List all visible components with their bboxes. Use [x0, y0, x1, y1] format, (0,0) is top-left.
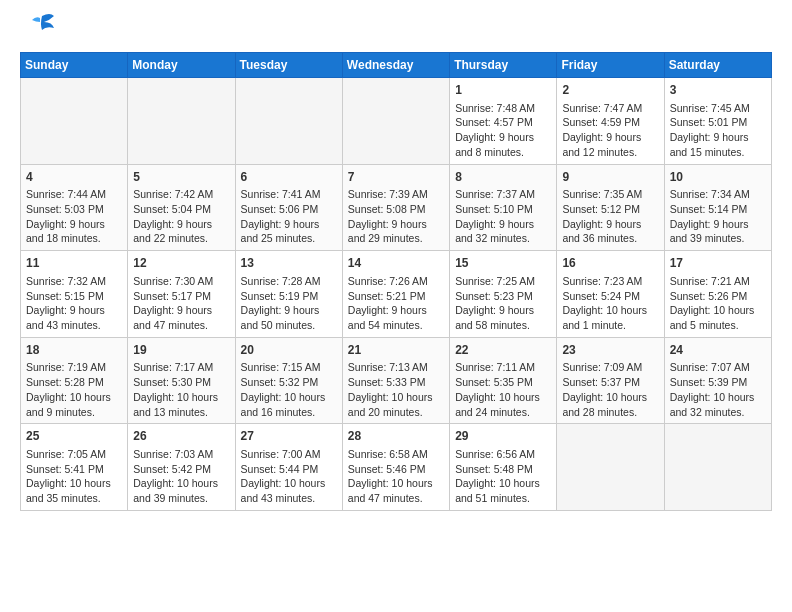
day-info: Sunset: 5:01 PM	[670, 115, 766, 130]
day-info: Daylight: 10 hours	[241, 390, 337, 405]
day-info: Daylight: 9 hours	[241, 217, 337, 232]
day-info: Sunset: 5:06 PM	[241, 202, 337, 217]
day-info: Sunrise: 6:58 AM	[348, 447, 444, 462]
day-info: and 25 minutes.	[241, 231, 337, 246]
day-info: Daylight: 10 hours	[241, 476, 337, 491]
day-number: 3	[670, 82, 766, 99]
calendar-cell: 21Sunrise: 7:13 AMSunset: 5:33 PMDayligh…	[342, 337, 449, 424]
day-number: 15	[455, 255, 551, 272]
day-number: 14	[348, 255, 444, 272]
day-info: and 43 minutes.	[26, 318, 122, 333]
day-info: Daylight: 9 hours	[455, 303, 551, 318]
day-info: and 58 minutes.	[455, 318, 551, 333]
day-info: and 39 minutes.	[670, 231, 766, 246]
day-info: and 15 minutes.	[670, 145, 766, 160]
day-info: Daylight: 10 hours	[26, 476, 122, 491]
day-number: 5	[133, 169, 229, 186]
page-header	[20, 20, 772, 42]
day-number: 9	[562, 169, 658, 186]
day-info: Sunset: 5:12 PM	[562, 202, 658, 217]
day-number: 28	[348, 428, 444, 445]
day-info: Daylight: 10 hours	[562, 390, 658, 405]
day-info: Daylight: 10 hours	[348, 390, 444, 405]
calendar-cell: 6Sunrise: 7:41 AMSunset: 5:06 PMDaylight…	[235, 164, 342, 251]
calendar-cell: 7Sunrise: 7:39 AMSunset: 5:08 PMDaylight…	[342, 164, 449, 251]
calendar-cell: 18Sunrise: 7:19 AMSunset: 5:28 PMDayligh…	[21, 337, 128, 424]
day-number: 13	[241, 255, 337, 272]
week-row-5: 25Sunrise: 7:05 AMSunset: 5:41 PMDayligh…	[21, 424, 772, 511]
day-info: and 32 minutes.	[670, 405, 766, 420]
day-info: Sunset: 5:32 PM	[241, 375, 337, 390]
day-info: Daylight: 9 hours	[348, 303, 444, 318]
day-info: Daylight: 10 hours	[670, 390, 766, 405]
day-info: Sunrise: 7:34 AM	[670, 187, 766, 202]
day-info: Sunrise: 7:03 AM	[133, 447, 229, 462]
day-info: and 36 minutes.	[562, 231, 658, 246]
day-info: Sunset: 5:28 PM	[26, 375, 122, 390]
day-info: and 35 minutes.	[26, 491, 122, 506]
calendar-cell	[557, 424, 664, 511]
day-info: Daylight: 10 hours	[133, 476, 229, 491]
calendar-table: SundayMondayTuesdayWednesdayThursdayFrid…	[20, 52, 772, 511]
day-info: Sunrise: 7:42 AM	[133, 187, 229, 202]
day-info: Daylight: 10 hours	[133, 390, 229, 405]
day-info: Sunset: 5:37 PM	[562, 375, 658, 390]
calendar-cell: 24Sunrise: 7:07 AMSunset: 5:39 PMDayligh…	[664, 337, 771, 424]
day-info: Daylight: 10 hours	[455, 476, 551, 491]
day-info: Sunset: 5:04 PM	[133, 202, 229, 217]
day-info: Sunset: 5:42 PM	[133, 462, 229, 477]
day-info: and 47 minutes.	[133, 318, 229, 333]
week-row-3: 11Sunrise: 7:32 AMSunset: 5:15 PMDayligh…	[21, 251, 772, 338]
weekday-header-row: SundayMondayTuesdayWednesdayThursdayFrid…	[21, 53, 772, 78]
day-info: Sunrise: 7:47 AM	[562, 101, 658, 116]
day-info: and 54 minutes.	[348, 318, 444, 333]
day-info: and 12 minutes.	[562, 145, 658, 160]
day-number: 17	[670, 255, 766, 272]
weekday-header-tuesday: Tuesday	[235, 53, 342, 78]
day-info: Sunrise: 7:17 AM	[133, 360, 229, 375]
day-info: Sunrise: 7:23 AM	[562, 274, 658, 289]
day-info: and 43 minutes.	[241, 491, 337, 506]
day-info: and 20 minutes.	[348, 405, 444, 420]
calendar-cell: 25Sunrise: 7:05 AMSunset: 5:41 PMDayligh…	[21, 424, 128, 511]
day-info: Sunrise: 7:45 AM	[670, 101, 766, 116]
day-info: and 50 minutes.	[241, 318, 337, 333]
calendar-cell	[235, 78, 342, 165]
day-info: Sunrise: 7:15 AM	[241, 360, 337, 375]
day-info: Sunrise: 7:11 AM	[455, 360, 551, 375]
day-info: Sunset: 5:41 PM	[26, 462, 122, 477]
day-info: Daylight: 10 hours	[455, 390, 551, 405]
day-info: Sunrise: 7:05 AM	[26, 447, 122, 462]
day-info: and 9 minutes.	[26, 405, 122, 420]
calendar-cell: 16Sunrise: 7:23 AMSunset: 5:24 PMDayligh…	[557, 251, 664, 338]
day-info: Sunrise: 7:48 AM	[455, 101, 551, 116]
day-number: 16	[562, 255, 658, 272]
day-info: Sunset: 5:10 PM	[455, 202, 551, 217]
calendar-cell: 8Sunrise: 7:37 AMSunset: 5:10 PMDaylight…	[450, 164, 557, 251]
calendar-cell	[128, 78, 235, 165]
day-info: and 22 minutes.	[133, 231, 229, 246]
day-info: Sunrise: 7:37 AM	[455, 187, 551, 202]
calendar-cell: 23Sunrise: 7:09 AMSunset: 5:37 PMDayligh…	[557, 337, 664, 424]
day-info: Sunrise: 7:21 AM	[670, 274, 766, 289]
calendar-cell: 3Sunrise: 7:45 AMSunset: 5:01 PMDaylight…	[664, 78, 771, 165]
day-info: and 16 minutes.	[241, 405, 337, 420]
day-info: Sunrise: 6:56 AM	[455, 447, 551, 462]
calendar-cell: 27Sunrise: 7:00 AMSunset: 5:44 PMDayligh…	[235, 424, 342, 511]
day-info: and 24 minutes.	[455, 405, 551, 420]
calendar-cell	[664, 424, 771, 511]
weekday-header-sunday: Sunday	[21, 53, 128, 78]
day-info: Daylight: 9 hours	[455, 130, 551, 145]
day-info: Sunrise: 7:00 AM	[241, 447, 337, 462]
calendar-cell: 19Sunrise: 7:17 AMSunset: 5:30 PMDayligh…	[128, 337, 235, 424]
day-info: Daylight: 9 hours	[562, 217, 658, 232]
day-info: Sunset: 5:15 PM	[26, 289, 122, 304]
day-info: Sunset: 5:48 PM	[455, 462, 551, 477]
calendar-cell: 17Sunrise: 7:21 AMSunset: 5:26 PMDayligh…	[664, 251, 771, 338]
day-info: Sunset: 5:19 PM	[241, 289, 337, 304]
day-number: 21	[348, 342, 444, 359]
logo	[20, 20, 54, 42]
weekday-header-monday: Monday	[128, 53, 235, 78]
calendar-cell	[21, 78, 128, 165]
day-info: Sunset: 5:17 PM	[133, 289, 229, 304]
